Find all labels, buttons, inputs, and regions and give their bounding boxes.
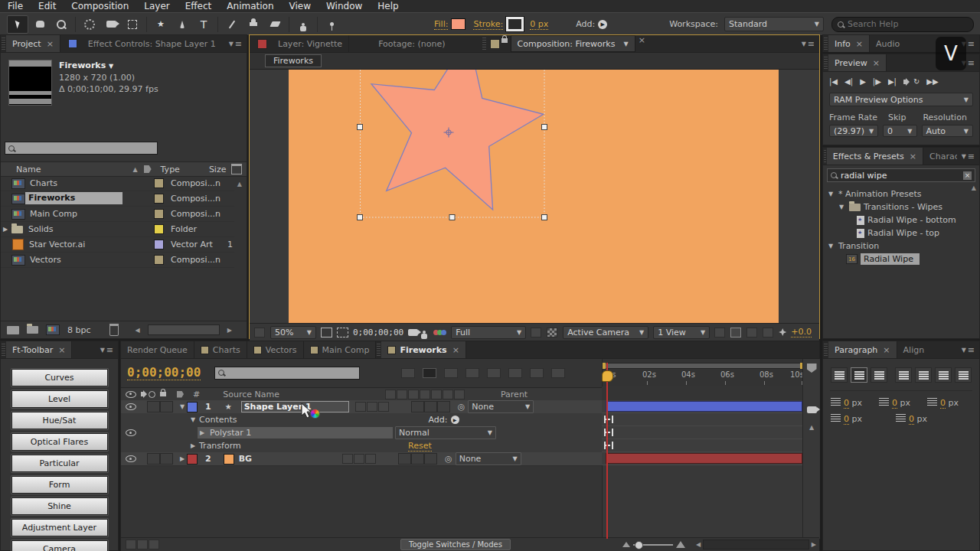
resolution-preview-dropdown[interactable]: Auto▼	[922, 125, 973, 137]
chevron-down-icon[interactable]: ▼	[623, 41, 628, 47]
scroll-left-icon[interactable]: ◀	[696, 541, 701, 548]
tab-align[interactable]: Align	[897, 341, 931, 358]
bit-depth[interactable]: 8 bpc	[67, 325, 91, 335]
show-snapshot-icon[interactable]	[423, 331, 426, 334]
tab-preview[interactable]: Preview×	[828, 54, 887, 71]
star-shape[interactable]	[371, 70, 544, 210]
space-after-field[interactable]: 0 px	[896, 414, 927, 424]
transparency-grid-icon[interactable]	[547, 328, 557, 337]
project-row-main-comp[interactable]: Main Comp Composi...n	[1, 207, 234, 222]
comp-marker-bin-icon[interactable]	[807, 364, 817, 373]
hide-shy-layers-icon[interactable]	[444, 368, 458, 378]
trkmat-cell[interactable]	[411, 453, 424, 465]
eye-icon[interactable]	[126, 455, 136, 462]
trkmat-cell[interactable]	[424, 401, 437, 412]
exposure-reset-icon[interactable]	[779, 328, 786, 336]
close-icon[interactable]: ×	[58, 345, 65, 355]
work-area-start-handle[interactable]	[603, 363, 606, 369]
menu-view[interactable]: View	[282, 1, 318, 11]
preserve-cell[interactable]	[424, 453, 437, 465]
brainstorm-icon[interactable]	[508, 368, 522, 378]
stroke-label[interactable]: Stroke:	[473, 19, 503, 30]
previous-frame-button[interactable]: ◀|	[844, 77, 853, 86]
column-type[interactable]: Type	[161, 165, 180, 174]
tab-project[interactable]: Project×	[6, 35, 60, 52]
region-of-interest-icon[interactable]	[337, 328, 348, 337]
timeline-button-icon[interactable]	[746, 328, 757, 337]
hand-tool-icon[interactable]	[30, 16, 50, 33]
label-color-column-icon[interactable]	[144, 165, 152, 173]
always-preview-icon[interactable]	[254, 328, 265, 337]
selected-item-name[interactable]: Fireworks ▼	[59, 60, 158, 70]
track-lane-bg[interactable]	[602, 452, 802, 465]
expand-icon[interactable]: ▶	[1, 226, 10, 233]
new-composition-icon[interactable]	[46, 324, 60, 335]
clear-search-icon[interactable]: ×	[963, 171, 972, 180]
tab-effect-controls[interactable]: Effect Controls: Shape Layer 1	[82, 35, 222, 52]
layer-switches[interactable]	[342, 454, 377, 464]
puppet-pin-tool-icon[interactable]	[322, 16, 341, 33]
auto-keyframe-icon[interactable]	[530, 368, 544, 378]
tab-render-queue[interactable]: Render Queue	[121, 341, 194, 358]
tree-animation-presets[interactable]: ▼ * Animation Presets	[823, 187, 979, 201]
channel-icon[interactable]	[433, 330, 446, 335]
close-icon[interactable]: ×	[47, 39, 54, 49]
next-frame-button[interactable]: |▶	[873, 77, 881, 86]
audio-column-icon[interactable]	[141, 392, 144, 396]
tree-radial-wipe-top[interactable]: Radial Wipe - top	[823, 227, 979, 240]
lock-cell[interactable]	[160, 453, 173, 465]
help-search-input[interactable]	[848, 19, 968, 29]
layer-duration-bar-bg[interactable]	[606, 453, 802, 464]
panel-menu-icon[interactable]: ▼≡	[957, 148, 979, 165]
timeline-search-input[interactable]	[227, 368, 356, 378]
flowchart-button-icon[interactable]	[763, 328, 773, 337]
add-shape-icon[interactable]: ▶	[598, 20, 607, 29]
resolution-dropdown[interactable]: Full▼	[451, 326, 526, 339]
ram-preview-options-dropdown[interactable]: RAM Preview Options▼	[829, 93, 973, 106]
level-button[interactable]: Level	[11, 390, 108, 408]
tab-character[interactable]: Characte	[923, 148, 957, 165]
ram-preview-button[interactable]: ▶▶	[926, 77, 938, 86]
collapse-icon[interactable]: ▼	[826, 191, 835, 197]
transform-reset-link[interactable]: Reset	[408, 441, 432, 452]
tab-audio[interactable]: Audio	[870, 35, 906, 52]
camera-view-dropdown[interactable]: Active Camera▼	[563, 326, 648, 339]
zoom-tool-icon[interactable]	[51, 16, 71, 33]
tab-composition-fireworks[interactable]: Composition: Fireworks ▼	[511, 35, 635, 52]
last-frame-button[interactable]: ▶|	[888, 77, 897, 86]
type-tool-icon[interactable]: T	[194, 16, 214, 33]
project-row-fireworks[interactable]: Fireworks Composi...n	[1, 191, 234, 207]
lock-icon[interactable]	[501, 38, 508, 43]
menu-window[interactable]: Window	[318, 1, 370, 11]
justify-last-right-button[interactable]	[935, 367, 952, 383]
new-folder-icon[interactable]	[27, 326, 38, 334]
layer-row-shape-layer-1[interactable]: ▼ 1 ★ Shape Layer 1 ◎ None▼	[121, 400, 602, 414]
fill-swatch[interactable]	[451, 18, 466, 30]
label-chip[interactable]	[187, 402, 198, 412]
lock-cell[interactable]	[160, 401, 173, 412]
menu-file[interactable]: File	[0, 1, 31, 11]
shape-tool-icon[interactable]: ★	[151, 16, 171, 33]
timeline-horizontal-scrollbar[interactable]	[703, 540, 809, 549]
target-region-icon[interactable]	[531, 328, 541, 337]
label-chip[interactable]	[154, 224, 164, 234]
switches-column-icons[interactable]	[385, 390, 466, 399]
particular-button[interactable]: Particular	[11, 455, 108, 472]
preserve-cell[interactable]	[437, 401, 450, 412]
tab-vectors[interactable]: Vectors	[247, 341, 304, 358]
indent-left-field[interactable]: 0 px	[831, 398, 862, 408]
index-column[interactable]: #	[193, 390, 200, 399]
view-layout-dropdown[interactable]: 1 View▼	[653, 326, 710, 339]
close-icon[interactable]: ×	[873, 58, 880, 68]
shine-button[interactable]: Shine	[11, 497, 108, 515]
stroke-width-value[interactable]: 0 px	[530, 19, 548, 30]
solo-cell[interactable]	[147, 401, 160, 412]
layer-row-bg[interactable]: ▶ 2 BG ◎ None▼	[121, 452, 602, 466]
effects-search-input[interactable]	[841, 171, 959, 181]
collapse-icon[interactable]: ▼	[178, 403, 187, 410]
column-name[interactable]: Name	[16, 165, 41, 174]
toggle-switches-modes-button[interactable]: Toggle Switches / Modes	[400, 539, 511, 550]
close-icon[interactable]: ×	[452, 345, 459, 355]
play-button[interactable]: ▶	[860, 77, 866, 86]
expand-icon[interactable]: ▶	[188, 442, 198, 449]
